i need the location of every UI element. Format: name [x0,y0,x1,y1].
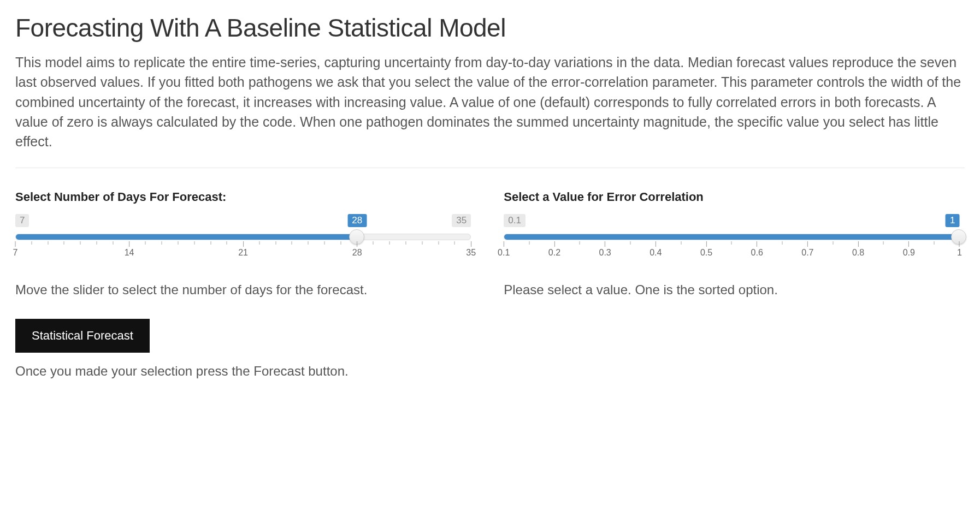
error-tick [731,241,732,245]
days-tick [227,241,227,245]
days-tick: 21 [238,241,248,258]
error-tick: 0.4 [650,241,662,258]
error-tick [782,241,783,245]
days-column: Select Number of Days For Forecast: 7283… [15,190,471,379]
divider [15,168,965,168]
error-tick [580,241,580,245]
error-tick-label: 0.1 [498,248,510,258]
days-min-badge: 7 [15,214,29,227]
error-tick: 0.5 [700,241,712,258]
error-slider-fill [504,234,959,240]
days-tick [31,241,32,245]
error-value-badge: 1 [946,214,959,227]
days-tick [340,241,341,245]
error-tick [681,241,681,245]
error-tick: 1 [957,241,962,258]
error-tick: 0.2 [548,241,560,258]
error-tick: 0.1 [498,241,510,258]
error-tick: 0.8 [852,241,864,258]
error-tick-label: 1 [957,248,962,258]
days-tick [438,241,439,245]
error-tick-label: 0.7 [801,248,813,258]
error-min-badge: 0.1 [504,214,526,227]
days-slider-ticks: 714212835 [15,241,471,255]
days-tick-label: 35 [466,248,476,258]
days-tick [80,241,81,245]
days-tick [292,241,292,245]
error-tick-label: 0.8 [852,248,864,258]
days-tick [373,241,374,245]
error-tick-label: 0.5 [700,248,712,258]
days-max-badge: 35 [452,214,471,227]
intro-text: This model aims to replicate the entire … [15,52,965,151]
days-tick [162,241,162,245]
days-value-badge: 28 [347,214,367,227]
days-tick [259,241,259,245]
error-tick [630,241,630,245]
error-tick [529,241,529,245]
days-tick [178,241,178,245]
days-help-text: Move the slider to select the number of … [15,281,471,299]
error-tick-label: 0.4 [650,248,662,258]
error-tick [934,241,935,245]
controls-row: Select Number of Days For Forecast: 7283… [15,190,965,379]
error-tick-label: 0.9 [903,248,915,258]
error-tick [833,241,833,245]
error-tick: 0.9 [903,241,915,258]
error-tick [883,241,884,245]
days-tick-label: 7 [13,248,18,258]
days-tick [422,241,422,245]
error-slider-track[interactable] [504,234,959,240]
days-tick [406,241,406,245]
days-tick [308,241,309,245]
error-tick: 0.7 [801,241,813,258]
days-tick: 28 [352,241,362,258]
days-slider-track[interactable] [15,234,471,240]
days-slider[interactable]: 72835 714212835 [15,214,471,255]
error-column: Select a Value for Error Correlation 0.1… [504,190,959,379]
days-tick: 7 [13,241,18,258]
days-tick [454,241,455,245]
error-slider-label: Select a Value for Error Correlation [504,190,959,204]
days-slider-fill [16,234,357,240]
days-tick: 35 [466,241,476,258]
error-help-text: Please select a value. One is the sorted… [504,281,959,299]
days-tick-label: 28 [352,248,362,258]
days-tick [210,241,211,245]
days-slider-badges: 72835 [15,214,471,229]
error-tick: 0.3 [599,241,611,258]
error-tick-label: 0.6 [751,248,763,258]
statistical-forecast-button[interactable]: Statistical Forecast [15,319,150,353]
days-tick [324,241,325,245]
days-tick [48,241,48,245]
days-tick [389,241,390,245]
days-tick [275,241,276,245]
error-slider[interactable]: 0.11 0.10.20.30.40.50.60.70.80.91 [504,214,959,255]
error-tick-label: 0.3 [599,248,611,258]
days-tick-label: 21 [238,248,248,258]
error-slider-ticks: 0.10.20.30.40.50.60.70.80.91 [504,241,959,255]
page-title: Forecasting With A Baseline Statistical … [15,13,965,43]
days-tick [113,241,113,245]
days-tick [145,241,146,245]
days-tick [64,241,64,245]
error-tick-label: 0.2 [548,248,560,258]
days-tick-label: 14 [125,248,134,258]
days-tick: 14 [125,241,134,258]
error-tick: 0.6 [751,241,763,258]
days-tick [96,241,97,245]
days-slider-label: Select Number of Days For Forecast: [15,190,471,204]
footer-text: Once you made your selection press the F… [15,364,471,379]
error-slider-badges: 0.11 [504,214,959,229]
days-tick [194,241,194,245]
